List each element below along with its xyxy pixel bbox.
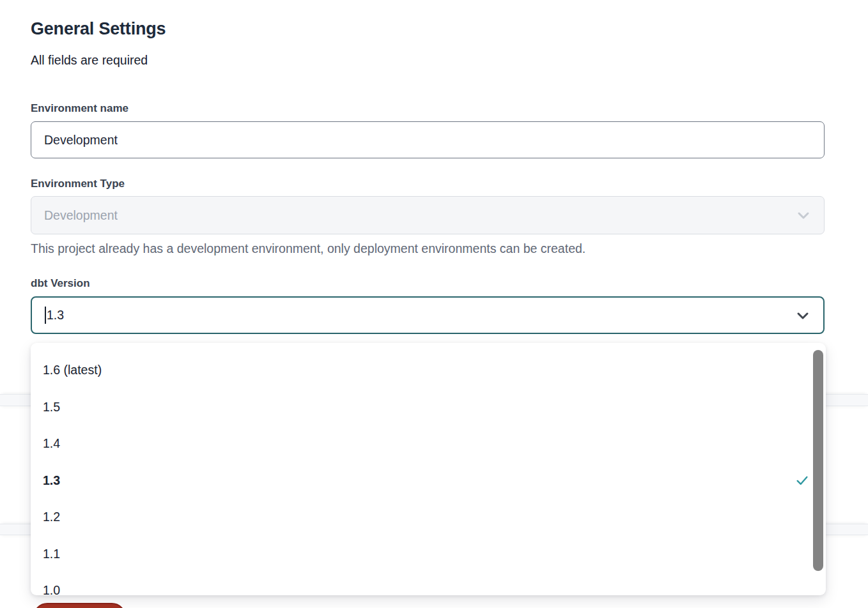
- dropdown-option-1-0[interactable]: 1.0: [31, 572, 826, 595]
- dropdown-option-list: 1.6 (latest) 1.5 1.4 1.3 1.2 1.1: [31, 343, 826, 595]
- dropdown-option-1-2[interactable]: 1.2: [31, 499, 826, 536]
- environment-type-value: Development: [44, 208, 118, 223]
- dbt-version-label: dbt Version: [31, 277, 90, 290]
- environment-type-label: Environment Type: [31, 178, 125, 190]
- environment-settings-page: General Settings All fields are required…: [0, 0, 868, 608]
- option-label: 1.3: [43, 473, 60, 488]
- option-label: 1.6 (latest): [43, 363, 102, 377]
- delete-environment-button[interactable]: [33, 603, 126, 608]
- environment-name-label: Environment name: [31, 102, 128, 115]
- check-icon: [795, 473, 809, 487]
- dbt-version-dropdown: 1.6 (latest) 1.5 1.4 1.3 1.2 1.1: [31, 343, 826, 595]
- dbt-version-value: 1.3: [47, 308, 64, 323]
- dropdown-option-1-3[interactable]: 1.3: [31, 462, 826, 499]
- dropdown-option-1-1[interactable]: 1.1: [31, 536, 826, 573]
- dropdown-option-1-5[interactable]: 1.5: [31, 389, 826, 426]
- environment-name-input[interactable]: [31, 121, 825, 158]
- chevron-down-icon: [796, 208, 811, 223]
- option-label: 1.4: [43, 436, 60, 451]
- environment-type-help: This project already has a development e…: [31, 241, 585, 256]
- scrollbar-thumb[interactable]: [813, 350, 823, 571]
- text-cursor: [45, 307, 46, 324]
- option-label: 1.1: [43, 547, 60, 561]
- option-label: 1.5: [43, 400, 60, 414]
- chevron-down-icon: [795, 308, 810, 323]
- dropdown-option-1-4[interactable]: 1.4: [31, 425, 826, 462]
- option-label: 1.0: [43, 583, 60, 595]
- option-label: 1.2: [43, 510, 60, 524]
- page-subtitle: All fields are required: [31, 53, 148, 68]
- environment-type-select: Development: [31, 196, 825, 234]
- dbt-version-select[interactable]: 1.3: [31, 296, 825, 334]
- page-title: General Settings: [31, 19, 166, 39]
- dropdown-option-1-6[interactable]: 1.6 (latest): [31, 352, 826, 389]
